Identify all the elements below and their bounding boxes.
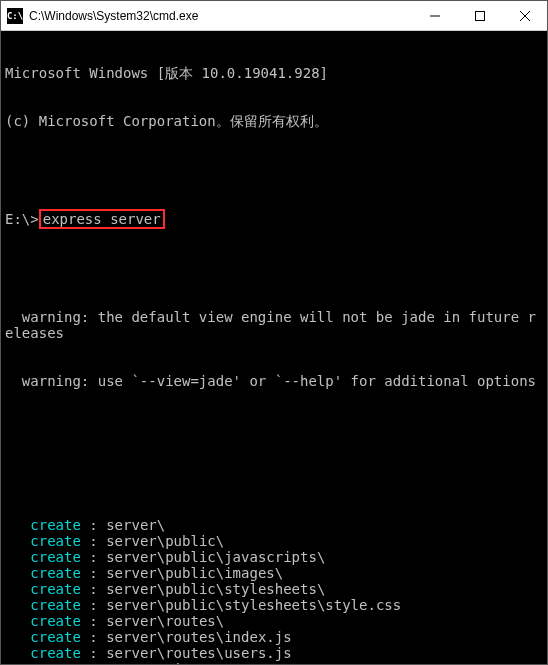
prompt-prefix: E:\> (5, 211, 39, 227)
titlebar[interactable]: C:\ C:\Windows\System32\cmd.exe (1, 1, 547, 31)
close-button[interactable] (502, 1, 547, 30)
create-label: create (5, 581, 81, 597)
create-line: create : server\public\stylesheets\ (5, 581, 543, 597)
create-path: : server\routes\index.js (81, 629, 292, 645)
create-path: : server\public\images\ (81, 565, 283, 581)
cmd-window: C:\ C:\Windows\System32\cmd.exe Microsof… (0, 0, 548, 665)
create-line: create : server\routes\users.js (5, 645, 543, 661)
create-label: create (5, 565, 81, 581)
create-path: : server\public\stylesheets\ (81, 581, 325, 597)
blank-line (5, 161, 543, 177)
prompt-line: E:\>express server (5, 209, 543, 229)
warning-line: warning: use `--view=jade' or `--help' f… (5, 373, 543, 389)
create-path: : server\public\ (81, 533, 224, 549)
create-line: create : server\public\images\ (5, 565, 543, 581)
create-path: : server\routes\ (81, 613, 224, 629)
blank-line (5, 421, 543, 437)
cmd-icon: C:\ (7, 8, 23, 24)
create-path: : server\ (81, 517, 165, 533)
blank-line (5, 261, 543, 277)
header-line: (c) Microsoft Corporation。保留所有权利。 (5, 113, 543, 129)
create-label: create (5, 517, 81, 533)
create-line: create : server\ (5, 517, 543, 533)
create-line: create : server\routes\index.js (5, 629, 543, 645)
create-list: create : server\ create : server\public\… (5, 517, 543, 664)
header-line: Microsoft Windows [版本 10.0.19041.928] (5, 65, 543, 81)
create-label: create (5, 645, 81, 661)
maximize-button[interactable] (457, 1, 502, 30)
create-line: create : server\public\stylesheets\style… (5, 597, 543, 613)
create-line: create : server\routes\ (5, 613, 543, 629)
create-path: : server\views\ (81, 661, 216, 664)
create-label: create (5, 549, 81, 565)
window-title: C:\Windows\System32\cmd.exe (29, 9, 412, 23)
create-path: : server\routes\users.js (81, 645, 292, 661)
create-label: create (5, 533, 81, 549)
create-line: create : server\public\ (5, 533, 543, 549)
create-label: create (5, 661, 81, 664)
create-label: create (5, 613, 81, 629)
create-label: create (5, 629, 81, 645)
create-line: create : server\views\ (5, 661, 543, 664)
create-label: create (5, 597, 81, 613)
minimize-button[interactable] (412, 1, 457, 30)
create-path: : server\public\javascripts\ (81, 549, 325, 565)
create-line: create : server\public\javascripts\ (5, 549, 543, 565)
warning-line: warning: the default view engine will no… (5, 309, 543, 341)
create-path: : server\public\stylesheets\style.css (81, 597, 401, 613)
blank-line (5, 469, 543, 485)
window-controls (412, 1, 547, 30)
svg-rect-1 (475, 11, 484, 20)
command-highlight: express server (39, 209, 165, 229)
terminal-output[interactable]: Microsoft Windows [版本 10.0.19041.928] (c… (1, 31, 547, 664)
